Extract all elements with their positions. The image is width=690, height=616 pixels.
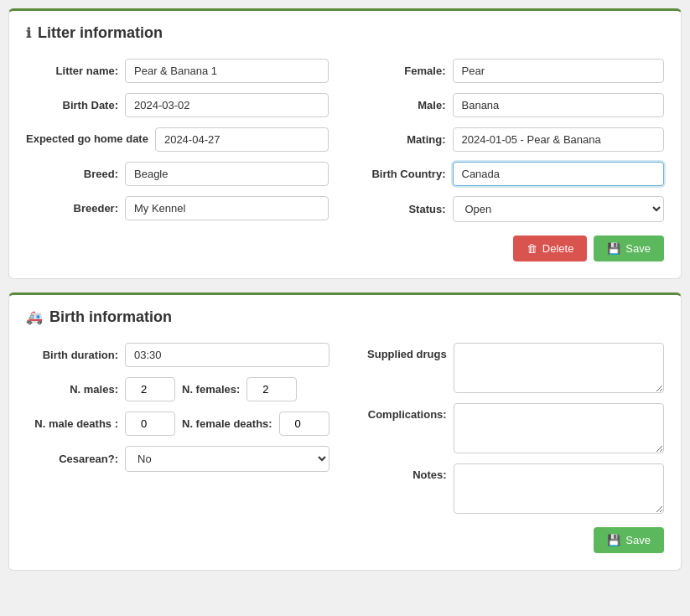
expected-go-home-row: Expected go home date (26, 127, 329, 152)
birth-save-button[interactable]: 💾 Save (594, 527, 664, 553)
breed-input[interactable] (125, 162, 329, 186)
n-male-deaths-input[interactable] (125, 412, 175, 436)
birth-card-header: 🚑 Birth information (26, 308, 664, 326)
birth-duration-input[interactable] (125, 343, 329, 367)
complications-label: Complications: (363, 403, 447, 421)
birth-information-card: 🚑 Birth information Birth duration: N. m… (8, 292, 682, 571)
birth-left-col: Birth duration: N. males: N. females: N.… (26, 343, 329, 514)
n-males-label: N. males: (26, 383, 118, 396)
n-males-input[interactable] (125, 377, 175, 401)
n-females-input[interactable] (246, 377, 297, 401)
birth-button-row: 💾 Save (26, 527, 664, 553)
litter-left-col: Litter name: Birth Date: Expected go hom… (26, 59, 329, 222)
birth-save-button-label: Save (625, 534, 651, 546)
notes-row: Notes: (363, 463, 664, 514)
status-row: Status: Open Closed Reserved (362, 196, 665, 222)
cesarean-label: Cesarean?: (26, 453, 118, 465)
litter-name-input[interactable] (125, 59, 329, 83)
male-input[interactable] (453, 93, 665, 117)
n-female-deaths-input[interactable] (279, 412, 329, 436)
female-input[interactable] (453, 59, 665, 83)
birth-right-col: Supplied drugs Complications: Notes: (363, 343, 664, 514)
litter-save-button[interactable]: 💾 Save (594, 236, 664, 261)
complications-row: Complications: (363, 403, 664, 453)
trash-icon: 🗑 (527, 242, 537, 255)
birth-date-row: Birth Date: (26, 93, 329, 117)
birth-card-title: Birth information (49, 308, 172, 326)
expected-go-home-input[interactable] (155, 127, 329, 152)
save-icon: 💾 (607, 242, 620, 255)
complications-textarea[interactable] (454, 403, 664, 453)
mating-input[interactable] (453, 127, 665, 152)
status-select[interactable]: Open Closed Reserved (453, 196, 665, 222)
n-male-deaths-label: N. male deaths : (26, 417, 118, 430)
delete-button-label: Delete (542, 242, 574, 255)
litter-name-row: Litter name: (26, 59, 329, 83)
birth-duration-label: Birth duration: (26, 349, 118, 361)
male-label: Male: (362, 99, 446, 111)
supplied-drugs-label: Supplied drugs (363, 343, 447, 360)
birth-duration-row: Birth duration: (26, 343, 329, 367)
litter-right-col: Female: Male: Mating: Birth Country: Sta… (362, 59, 665, 222)
female-label: Female: (362, 65, 446, 77)
litter-button-row: 🗑 Delete 💾 Save (26, 236, 664, 261)
delete-button[interactable]: 🗑 Delete (513, 236, 588, 261)
litter-name-label: Litter name: (26, 65, 118, 77)
female-row: Female: (362, 59, 665, 83)
birth-save-icon: 💾 (607, 534, 620, 546)
litter-card-title: Litter information (38, 24, 163, 42)
supplied-drugs-row: Supplied drugs (363, 343, 664, 393)
n-females-label: N. females: (182, 383, 240, 396)
male-row: Male: (362, 93, 665, 117)
birth-date-label: Birth Date: (26, 99, 118, 111)
birth-date-input[interactable] (125, 93, 329, 117)
expected-go-home-label: Expected go home date (26, 132, 148, 147)
birth-country-row: Birth Country: (362, 162, 665, 186)
litter-save-button-label: Save (625, 242, 651, 255)
breeder-input[interactable] (125, 196, 329, 220)
birth-country-label: Birth Country: (362, 168, 446, 180)
notes-label: Notes: (363, 463, 447, 481)
cesarean-select[interactable]: No Yes (125, 446, 329, 472)
ambulance-icon: 🚑 (26, 309, 43, 325)
litter-card-header: ℹ Litter information (26, 24, 664, 42)
mating-row: Mating: (362, 127, 665, 152)
n-male-deaths-row: N. male deaths : N. female deaths: (26, 412, 329, 436)
birth-country-input[interactable] (453, 162, 665, 186)
breed-row: Breed: (26, 162, 329, 186)
breeder-label: Breeder: (26, 202, 118, 215)
n-female-deaths-label: N. female deaths: (182, 417, 272, 430)
breeder-row: Breeder: (26, 196, 329, 220)
cesarean-row: Cesarean?: No Yes (26, 446, 329, 472)
litter-information-card: ℹ Litter information Litter name: Birth … (8, 8, 682, 279)
n-males-row: N. males: N. females: (26, 377, 329, 401)
info-icon: ℹ (26, 25, 31, 41)
supplied-drugs-textarea[interactable] (454, 343, 664, 393)
mating-label: Mating: (362, 133, 446, 146)
breed-label: Breed: (26, 168, 118, 180)
status-label: Status: (362, 203, 446, 215)
notes-textarea[interactable] (454, 463, 664, 514)
